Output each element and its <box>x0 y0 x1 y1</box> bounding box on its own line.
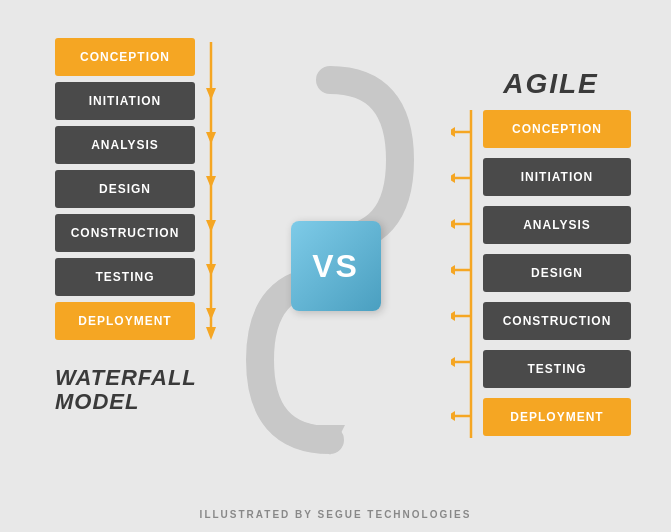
svg-marker-21 <box>451 265 455 275</box>
agile-steps-list: CONCEPTIONINITIATIONANALYSISDESIGNCONSTR… <box>483 110 631 441</box>
agile-section: AGILE <box>451 68 631 441</box>
footer-text: ILLUSTRATED BY SEGUE TECHNOLOGIES <box>200 509 472 520</box>
waterfall-step-6: DEPLOYMENT <box>55 302 195 340</box>
svg-marker-5 <box>206 264 216 276</box>
waterfall-step-5: TESTING <box>55 258 195 296</box>
svg-marker-23 <box>451 357 455 367</box>
agile-step-3: DESIGN <box>483 254 631 292</box>
svg-marker-3 <box>206 176 216 188</box>
waterfall-step-2: ANALYSIS <box>55 126 195 164</box>
waterfall-step-4: CONSTRUCTION <box>55 214 195 252</box>
svg-marker-24 <box>451 411 455 421</box>
waterfall-step-0: CONCEPTION <box>55 38 195 76</box>
svg-marker-4 <box>206 220 216 232</box>
footer: ILLUSTRATED BY SEGUE TECHNOLOGIES <box>0 509 671 520</box>
waterfall-arrows-svg <box>203 42 233 350</box>
svg-marker-2 <box>206 132 216 144</box>
agile-step-0: CONCEPTION <box>483 110 631 148</box>
agile-bracket-wrapper: CONCEPTIONINITIATIONANALYSISDESIGNCONSTR… <box>451 110 631 441</box>
waterfall-label: WATERFALL MODEL <box>55 366 197 414</box>
svg-marker-18 <box>451 127 455 137</box>
waterfall-step-3: DESIGN <box>55 170 195 208</box>
svg-marker-1 <box>206 88 216 100</box>
svg-marker-20 <box>451 219 455 229</box>
svg-marker-19 <box>451 173 455 183</box>
agile-step-4: CONSTRUCTION <box>483 302 631 340</box>
agile-step-5: TESTING <box>483 350 631 388</box>
main-container: CONCEPTIONINITIATIONANALYSISDESIGNCONSTR… <box>0 0 671 532</box>
vs-box: VS <box>291 221 381 311</box>
waterfall-steps-list: CONCEPTIONINITIATIONANALYSISDESIGNCONSTR… <box>55 38 195 340</box>
agile-step-2: ANALYSIS <box>483 206 631 244</box>
vs-label: VS <box>312 248 359 285</box>
svg-marker-22 <box>451 311 455 321</box>
agile-step-1: INITIATION <box>483 158 631 196</box>
waterfall-section: CONCEPTIONINITIATIONANALYSISDESIGNCONSTR… <box>55 38 233 414</box>
agile-bracket-svg <box>451 110 479 440</box>
agile-step-6: DEPLOYMENT <box>483 398 631 436</box>
waterfall-step-1: INITIATION <box>55 82 195 120</box>
agile-title: AGILE <box>471 68 631 100</box>
svg-marker-6 <box>206 308 216 320</box>
svg-marker-7 <box>206 327 216 340</box>
